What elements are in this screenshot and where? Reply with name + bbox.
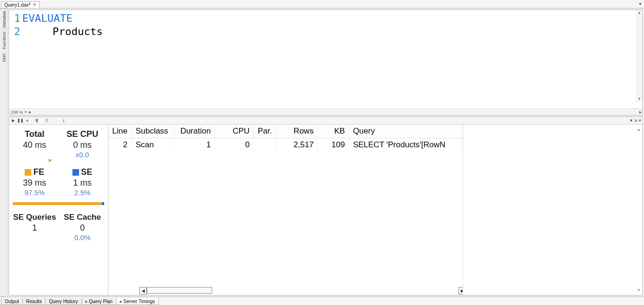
stat-secpu-label: SE CPU xyxy=(66,129,98,139)
stat-seq-label: SE Queries xyxy=(13,213,56,222)
side-tab-metadata[interactable]: Metadata xyxy=(0,9,7,29)
stat-se-cache: SE Cache 0 0.0% xyxy=(61,213,104,242)
output-tabs: Output Results Query History ▶Query Plan… xyxy=(0,296,644,305)
timings-stats: Total 40 ms SE CPU 0 ms x0.0 FE 39 ms xyxy=(9,125,108,295)
zoom-level[interactable]: 238 % ▼ xyxy=(9,110,27,115)
stat-se-label: SE xyxy=(81,167,92,177)
tab-query-plan[interactable]: ▶Query Plan xyxy=(81,298,116,305)
col-cpu[interactable]: CPU xyxy=(215,125,254,138)
stat-se-queries: SE Queries 1 xyxy=(13,213,56,242)
stat-se-pct: 2.5% xyxy=(74,188,90,197)
fe-color-swatch xyxy=(25,169,31,176)
editor-content[interactable]: EVALUATE Products xyxy=(22,10,643,108)
help-button[interactable]: ⍰ xyxy=(43,117,50,124)
col-rows[interactable]: Rows xyxy=(276,125,318,138)
tab-results[interactable]: Results xyxy=(22,298,45,305)
stat-secpu-mult: x0.0 xyxy=(76,151,89,159)
server-timings-panel: ▶ ❚❚ ■ 🗑 ⍰ ⤓ ▼ ⇲ ✕ xyxy=(9,117,643,296)
scroll-up-icon[interactable]: ▲ xyxy=(638,10,640,16)
stat-fe-pct: 97.5% xyxy=(25,188,45,197)
play-indicator-icon: ▶ xyxy=(120,300,122,304)
col-par[interactable]: Par. xyxy=(254,125,276,138)
table-horizontal-scroll[interactable]: ◀ ▶ xyxy=(108,287,463,295)
table-header-row: Line Subclass Duration CPU Par. Rows KB … xyxy=(108,125,463,138)
keyword: EVALUATE xyxy=(22,12,72,24)
se-color-swatch xyxy=(72,169,79,176)
fe-se-ratio-bar xyxy=(13,202,104,205)
scroll-right-button[interactable]: ▶ xyxy=(458,287,463,295)
col-subclass[interactable]: Subclass xyxy=(132,125,174,138)
scroll-up-icon[interactable]: ▲ xyxy=(637,127,641,132)
play-button[interactable]: ▶ xyxy=(10,117,17,124)
editor-gutter: 1 2 xyxy=(9,10,22,108)
timings-toolbar: ▶ ❚❚ ■ 🗑 ⍰ ⤓ ▼ ⇲ ✕ xyxy=(9,117,643,125)
close-panel-icon[interactable]: ✕ xyxy=(638,118,642,123)
document-tab-title: Query1.dax* xyxy=(4,2,31,8)
col-kb[interactable]: KB xyxy=(318,125,349,138)
query-details-pane: ▲ ▼ xyxy=(463,125,643,295)
stat-se: SE 1 ms 2.5% xyxy=(61,167,104,197)
scroll-down-icon[interactable]: ▼ xyxy=(637,288,641,292)
stat-fe-label: FE xyxy=(33,167,44,177)
zoom-dropdown-icon[interactable]: ▼ xyxy=(24,110,27,114)
scroll-right-icon[interactable]: ▶ xyxy=(638,110,643,114)
stat-secache-label: SE Cache xyxy=(64,213,101,222)
hscroll-track[interactable] xyxy=(147,287,458,295)
pin-icon[interactable]: ⇲ xyxy=(634,118,637,123)
stop-button[interactable]: ■ xyxy=(24,117,31,124)
side-tabs: Metadata Functions DMV xyxy=(0,9,8,296)
scroll-down-icon[interactable]: ▼ xyxy=(638,96,640,102)
clear-button[interactable]: 🗑 xyxy=(34,117,40,124)
tabs-dropdown-icon[interactable]: ▼ xyxy=(638,2,642,6)
cell-line: 2 xyxy=(108,138,132,152)
timings-table-pane: Line Subclass Duration CPU Par. Rows KB … xyxy=(108,125,463,295)
editor-vertical-scrollbar[interactable]: ▲ ▼ xyxy=(636,10,643,102)
export-button[interactable]: ⤓ xyxy=(60,117,67,124)
cell-query: SELECT 'Products'[RowN xyxy=(349,138,463,152)
stat-fe: FE 39 ms 97.5% xyxy=(13,167,56,197)
timings-table[interactable]: Line Subclass Duration CPU Par. Rows KB … xyxy=(108,125,463,152)
stat-secache-value: 0 xyxy=(80,223,85,233)
scroll-left-icon[interactable]: ◀ xyxy=(27,110,31,114)
cell-subclass: Scan xyxy=(132,138,174,152)
stat-secpu-value: 0 ms xyxy=(73,140,91,150)
line-number: 2 xyxy=(9,25,20,38)
stat-secache-pct: 0.0% xyxy=(74,233,90,242)
table-row[interactable]: 2 Scan 1 0 2,517 109 SELECT 'Products'[R… xyxy=(108,138,463,152)
stat-se-cpu: SE CPU 0 ms x0.0 xyxy=(61,129,104,159)
close-icon[interactable]: ✕ xyxy=(33,3,36,7)
col-query[interactable]: Query xyxy=(349,125,463,138)
tab-server-timings[interactable]: ▶Server Timings xyxy=(116,298,159,305)
side-tab-functions[interactable]: Functions xyxy=(0,29,7,51)
cell-kb: 109 xyxy=(318,138,349,152)
stat-total: Total 40 ms xyxy=(13,129,56,159)
play-indicator-icon: ▶ xyxy=(85,300,88,304)
scroll-left-button[interactable]: ◀ xyxy=(139,287,147,295)
cell-cpu: 0 xyxy=(215,138,254,152)
code-editor[interactable]: 1 2 EVALUATE Products ▲ ▼ 238 % ▼ xyxy=(9,9,643,116)
stat-total-label: Total xyxy=(25,129,45,139)
editor-status-bar: 238 % ▼ ◀ ▶ xyxy=(9,108,643,115)
hscroll-thumb[interactable] xyxy=(147,287,212,294)
tab-output[interactable]: Output xyxy=(1,298,23,305)
cell-duration: 1 xyxy=(174,138,215,152)
stat-se-value: 1 ms xyxy=(73,178,91,188)
document-tab[interactable]: Query1.dax* ✕ xyxy=(1,1,40,8)
code-text: Products xyxy=(53,26,103,37)
col-duration[interactable]: Duration xyxy=(174,125,215,138)
cell-par xyxy=(254,138,276,152)
line-number: 1 xyxy=(9,12,20,25)
stat-total-value: 40 ms xyxy=(23,140,46,150)
stat-seq-value: 1 xyxy=(32,223,37,233)
document-tab-strip: Query1.dax* ✕ ▼ xyxy=(0,0,644,9)
side-tab-dmv[interactable]: DMV xyxy=(0,51,7,64)
col-line[interactable]: Line xyxy=(108,125,132,138)
stat-fe-value: 39 ms xyxy=(23,178,46,188)
pause-button[interactable]: ❚❚ xyxy=(17,117,24,124)
cell-rows: 2,517 xyxy=(276,138,318,152)
tab-query-history[interactable]: Query History xyxy=(45,298,81,305)
panel-dropdown-icon[interactable]: ▼ xyxy=(629,118,633,123)
